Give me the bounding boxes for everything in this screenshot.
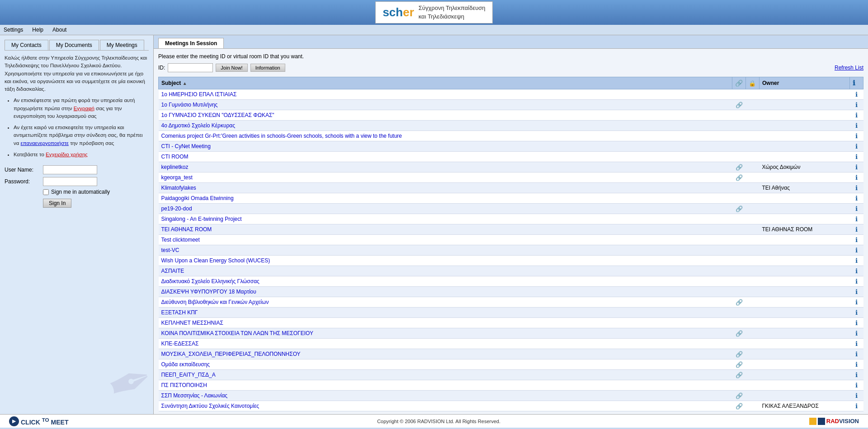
meeting-owner-cell	[760, 100, 850, 110]
meeting-subject-link[interactable]: test-VC	[161, 247, 179, 253]
chain-icon: 🔗	[736, 392, 743, 399]
meetings-in-session-tab[interactable]: Meetings In Session	[158, 38, 224, 48]
meeting-subject-link[interactable]: ΚΟΙΝΑ ΠΟΛΙΤΙΣΜΙΚΑ ΣΤΟΙΧΕΙΑ ΤΩΝ ΛΑΩΝ ΤΗΣ …	[161, 330, 313, 336]
info-icon[interactable]: ℹ	[855, 267, 858, 275]
info-icon[interactable]: ℹ	[855, 330, 858, 337]
info-icon[interactable]: ℹ	[855, 153, 858, 160]
meeting-subject-link[interactable]: ΑΣΠΑΙΤΕ	[161, 268, 184, 274]
info-icon[interactable]: ℹ	[855, 143, 858, 150]
auto-signin-checkbox[interactable]	[43, 189, 49, 195]
subject-header[interactable]: Subject ▲	[159, 77, 732, 89]
username-input[interactable]	[43, 165, 97, 174]
password-input[interactable]	[43, 177, 97, 186]
meeting-owner-cell	[760, 193, 850, 204]
info-icon[interactable]: ℹ	[855, 112, 858, 119]
meeting-lock-cell	[746, 89, 760, 100]
menu-about[interactable]: About	[52, 27, 66, 33]
meeting-subject-link[interactable]: CTI - CyNet Meeting	[161, 143, 211, 149]
meeting-subject-link[interactable]: Comenius project Gr-Prt:'Green activitie…	[161, 133, 402, 139]
info-icon[interactable]: ℹ	[855, 205, 858, 212]
meeting-subject-link[interactable]: Test clicktomeet	[161, 237, 200, 243]
info-icon[interactable]: ℹ	[855, 101, 858, 108]
meeting-subject-link[interactable]: Διαδικτυακό Σχολείο Ελληνικής Γλώσσας	[161, 278, 259, 284]
id-label: ID:	[158, 65, 165, 71]
meeting-subject-link[interactable]: ΠΣ ΠΙΣΤΟΠΟΙΗΣΗ	[161, 382, 207, 388]
menu-settings[interactable]: Settings	[4, 27, 23, 33]
info-icon[interactable]: ℹ	[855, 226, 858, 233]
menu-help[interactable]: Help	[32, 27, 43, 33]
meeting-owner-cell: ΓΚΙΚΑΣ ΑΛΕΞΑΝΔΡΟΣ	[760, 401, 850, 411]
meeting-subject-link[interactable]: CTI ROOM	[161, 154, 189, 160]
meeting-subject-cell: ΜΟΥΣΙΚΑ_ΣΧΟΛΕΙΑ_ΠΕΡΙΦΕΡΕΙΑΣ_ΠΕΛΟΠΟΝΝΗΣΟΥ	[159, 349, 732, 359]
info-icon[interactable]: ℹ	[855, 91, 858, 98]
meeting-subject-link[interactable]: Paidagogiki Omada Etwinning	[161, 195, 234, 201]
tab-my-contacts[interactable]: My Contacts	[5, 40, 48, 50]
register-link[interactable]: Εγγραφή	[74, 106, 94, 111]
meeting-subject-link[interactable]: Συνάντηση Δικτύου Σχολικές Καινοτομίες	[161, 403, 259, 409]
tab-my-meetings[interactable]: My Meetings	[100, 40, 144, 50]
chain-icon: 🔗	[736, 205, 743, 212]
info-icon[interactable]: ℹ	[855, 257, 858, 264]
reactivate-link[interactable]: επαναενεργοποιήστε	[21, 140, 69, 146]
meeting-subject-link[interactable]: 1ο Γυμνάσιο Μυτιλήνης	[161, 102, 218, 108]
meeting-chain-cell: 🔗	[732, 349, 746, 359]
info-icon[interactable]: ℹ	[855, 236, 858, 243]
username-label: User Name:	[5, 167, 43, 173]
meeting-subject-link[interactable]: ΚΕΠΛΗΝΕΤ ΜΕΣΣΗΝΙΑΣ	[161, 320, 223, 326]
info-icon[interactable]: ℹ	[855, 174, 858, 181]
info-icon[interactable]: ℹ	[855, 309, 858, 316]
info-icon[interactable]: ℹ	[855, 163, 858, 171]
signin-button[interactable]: Sign In	[43, 199, 71, 208]
meeting-subject-link[interactable]: Διεύθυνση Βιβλιοθηκών και Γενικών Αρχείω…	[161, 299, 269, 305]
table-header: Subject ▲ 🔗 🔒 Owner ℹ	[159, 77, 863, 89]
info-icon[interactable]: ℹ	[855, 184, 858, 191]
info-icon[interactable]: ℹ	[855, 195, 858, 202]
info-icon[interactable]: ℹ	[855, 298, 858, 306]
info-icon[interactable]: ℹ	[855, 215, 858, 223]
info-icon[interactable]: ℹ	[855, 319, 858, 326]
info-icon[interactable]: ℹ	[855, 288, 858, 295]
tab-my-documents[interactable]: My Documents	[49, 40, 99, 50]
meeting-subject-link[interactable]: ΔΙΑΣΚΕΨΗ ΥΦΥΠΟΥΡΓΟΥ 18 Μαρτίου	[161, 289, 256, 295]
meeting-owner-cell	[760, 110, 850, 121]
meeting-subject-link[interactable]: Singalong - An E-twinning Project	[161, 216, 242, 222]
info-icon[interactable]: ℹ	[855, 122, 858, 129]
meeting-subject-cell: Klimatofylakes	[159, 183, 732, 193]
meeting-subject-link[interactable]: ΠΕΕΠ_ΕΑΙΤΥ_ΠΣΔ_Α	[161, 372, 216, 378]
info-icon[interactable]: ℹ	[855, 371, 858, 378]
meeting-subject-link[interactable]: 1ο ΓΥΜΝΑΣΙΟ ΣΥΚΕΩΝ "ΟΔΥΣΣΕΑΣ ΦΩΚΑΣ"	[161, 112, 274, 118]
owner-header[interactable]: Owner	[760, 77, 850, 89]
info-icon[interactable]: ℹ	[855, 340, 858, 347]
meeting-subject-link[interactable]: ΜΟΥΣΙΚΑ_ΣΧΟΛΕΙΑ_ΠΕΡΙΦΕΡΕΙΑΣ_ΠΕΛΟΠΟΝΝΗΣΟΥ	[161, 351, 301, 357]
table-row: CTI - CyNet Meeting ℹ	[159, 141, 863, 152]
meeting-subject-link[interactable]: ΣΣΠ Μεσσηνίας - Λακωνίας	[161, 392, 228, 399]
info-icon[interactable]: ℹ	[855, 402, 858, 410]
auto-signin-row: Sign me in automatically	[43, 189, 149, 195]
meeting-subject-link[interactable]: 4ο Δημοτικό Σχολείο Κέρκυρας	[161, 122, 236, 129]
info-icon[interactable]: ℹ	[855, 361, 858, 368]
info-icon[interactable]: ℹ	[855, 132, 858, 140]
info-icon[interactable]: ℹ	[855, 247, 858, 254]
meeting-subject-link[interactable]: Wish Upon a Clean Energy School (WUCES)	[161, 257, 270, 264]
meeting-subject-link[interactable]: ΕΞΕΤΑΣΗ ΚΠΓ	[161, 309, 198, 316]
meeting-subject-link[interactable]: 1ο ΗΜΕΡΗΣΙΟ ΕΠΑΛ ΙΣΤΙΑΙΑΣ	[161, 91, 237, 98]
meeting-subject-link[interactable]: ΤΕΙ ΑΘΗΝΑΣ ROOM	[161, 226, 212, 233]
info-icon[interactable]: ℹ	[855, 392, 858, 399]
join-now-button[interactable]: Join Now!	[216, 64, 247, 72]
meeting-subject-link[interactable]: pe19-20-dod	[161, 205, 192, 212]
manual-link[interactable]: Εγχειρίδιο χρήσης	[46, 152, 88, 157]
click-to-meet-logo: ▶ CLICK TO MEET	[9, 416, 68, 426]
meeting-info-cell: ℹ	[850, 110, 863, 121]
meeting-owner-cell	[760, 380, 850, 391]
meeting-subject-link[interactable]: kgeorga_test	[161, 174, 193, 181]
meeting-subject-link[interactable]: Ομάδα εκπαίδευσης	[161, 361, 210, 368]
meeting-subject-link[interactable]: Klimatofylakes	[161, 185, 196, 191]
info-icon[interactable]: ℹ	[855, 350, 858, 358]
refresh-list-link[interactable]: Refresh List	[835, 65, 863, 71]
meeting-id-input[interactable]	[168, 63, 213, 72]
information-button[interactable]: Information	[250, 64, 285, 72]
info-icon[interactable]: ℹ	[855, 278, 858, 285]
info-icon[interactable]: ℹ	[855, 382, 858, 389]
meeting-subject-link[interactable]: keplinetkoz	[161, 164, 189, 170]
meeting-subject-link[interactable]: ΚΠΕ-ΕΔΕΣΣΑΣ	[161, 340, 199, 347]
